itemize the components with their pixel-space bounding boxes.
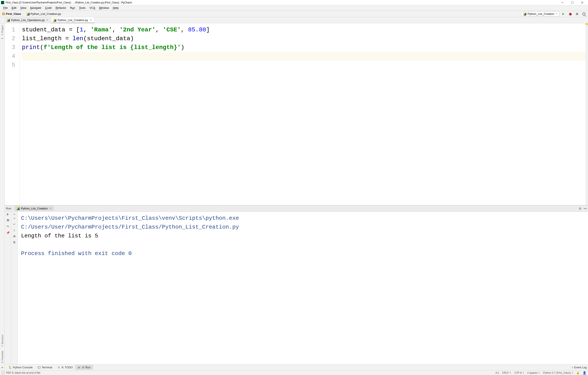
down-stack-icon[interactable]: [13, 218, 15, 220]
breadcrumb-file[interactable]: Python_List_Creation.py: [26, 12, 62, 16]
stop-icon: [576, 13, 578, 15]
python-file-icon: [17, 207, 20, 210]
window-title: First_Class [C:\Users\User\PycharmProjec…: [6, 1, 557, 4]
minimize-button[interactable]: [557, 0, 567, 5]
up-stack-icon[interactable]: [13, 213, 15, 215]
line-separator[interactable]: CRLF⇅: [502, 371, 511, 374]
menu-code[interactable]: Code: [43, 6, 54, 10]
close-tab-icon[interactable]: ✕: [89, 19, 92, 21]
chevron-down-icon: ▼: [556, 13, 557, 15]
run-body: ⇆ 📌 ↩ ⤓ 🖶 🗑 C:\Users\User\PycharmProject…: [5, 212, 588, 364]
code-line-2[interactable]: list_length = len(student_data): [22, 34, 588, 43]
console-path: C:/Users/User/PycharmProjects/First_Clas…: [21, 224, 239, 230]
editor-tab-operations[interactable]: Python_List_Operations.py ✕: [5, 17, 51, 23]
left-bottom-gutter: ★ 2: Favorites 7: Structure: [0, 293, 5, 370]
tab-todo[interactable]: 6: TODO: [55, 365, 75, 370]
caret-position[interactable]: 4:1: [495, 371, 499, 374]
play-icon: ▶: [78, 366, 81, 369]
run-tool-window: Run: Python_List_Creation ✕ ⚙ ⇆ 📌: [5, 205, 588, 364]
menu-edit[interactable]: Edit: [10, 6, 18, 10]
svg-text:PC: PC: [2, 2, 4, 4]
run-config-selector[interactable]: Python_List_Creation ▼: [521, 11, 559, 16]
python-icon: 🐍: [9, 366, 12, 369]
run-button[interactable]: [560, 11, 566, 17]
code-editor[interactable]: 1 2 3 4 5 student_data = [1, 'Rama', '2n…: [5, 23, 588, 205]
tool-structure[interactable]: 7: Structure: [1, 334, 4, 348]
line-number: 2: [5, 34, 20, 43]
menu-window[interactable]: Window: [97, 6, 111, 10]
menu-tools[interactable]: Tools: [77, 6, 87, 10]
run-config-name: Python_List_Creation: [528, 12, 554, 15]
print-button[interactable]: 🖶: [13, 235, 16, 238]
menu-view[interactable]: View: [18, 6, 28, 10]
menu-run[interactable]: Run: [68, 6, 77, 10]
bottom-right: ○ Event Log: [572, 366, 587, 369]
rerun-button[interactable]: [7, 213, 9, 216]
breadcrumb: First_Class 〉 Python_List_Creation.py: [1, 12, 521, 16]
lock-icon[interactable]: 🔓: [576, 371, 580, 374]
code-line-4[interactable]: [22, 52, 588, 61]
run-tab[interactable]: Python_List_Creation ✕: [14, 206, 54, 211]
clear-button[interactable]: 🗑: [13, 241, 16, 244]
run-toolbar-secondary: ↩ ⤓ 🖶 🗑: [11, 212, 18, 364]
run-header: Run: Python_List_Creation ✕ ⚙: [5, 205, 588, 212]
console-output[interactable]: C:\Users\User\PycharmProjects\First_Clas…: [18, 212, 588, 364]
svg-rect-4: [571, 1, 573, 4]
python-file-icon: [27, 12, 30, 15]
python-interpreter[interactable]: Python 3.7 (First_Class)⇅: [543, 371, 573, 374]
menu-help[interactable]: Help: [111, 6, 121, 10]
stop-button[interactable]: [574, 11, 580, 17]
editor-scrollbar[interactable]: [585, 23, 588, 205]
close-tab-icon[interactable]: ✕: [49, 207, 52, 210]
code-line-5[interactable]: [22, 61, 588, 69]
status-bar: PEP 8: blank line at end of file 4:1 CRL…: [0, 370, 588, 375]
close-button[interactable]: [577, 0, 587, 5]
balloon-icon: ○: [572, 366, 573, 369]
stop-button[interactable]: [7, 219, 9, 221]
tool-favorites[interactable]: 2: Favorites: [1, 350, 4, 364]
code-body[interactable]: student_data = [1, 'Rama', '2nd Year', '…: [20, 23, 588, 205]
menu-file[interactable]: File: [1, 6, 10, 10]
hide-icon[interactable]: [584, 208, 587, 209]
code-line-1[interactable]: student_data = [1, 'Rama', '2nd Year', '…: [22, 25, 588, 34]
tool-project[interactable]: 1: Project: [1, 24, 4, 36]
event-log-button[interactable]: ○ Event Log: [572, 366, 587, 369]
editor-tab-creation[interactable]: Python_List_Creation.py ✕: [51, 17, 94, 23]
breadcrumb-project[interactable]: First_Class: [1, 12, 22, 16]
warning-marker[interactable]: [585, 23, 588, 25]
hector-icon[interactable]: 👤: [583, 371, 586, 375]
collapse-icon[interactable]: [1, 38, 4, 39]
python-file-icon: [53, 19, 56, 22]
search-everywhere-button[interactable]: [581, 11, 587, 17]
gear-icon[interactable]: ⚙: [579, 207, 582, 210]
tab-run[interactable]: ▶ 4: Run: [75, 365, 93, 370]
tool-window-toggle-icon[interactable]: [2, 372, 4, 374]
menu-vcs[interactable]: VCS: [87, 6, 97, 10]
debug-button[interactable]: 🐞: [567, 11, 573, 17]
tab-label: 6: TODO: [62, 366, 73, 369]
menu-refactor[interactable]: Refactor: [54, 6, 68, 10]
tab-terminal[interactable]: Terminal: [35, 365, 55, 370]
indent-settings[interactable]: 4 spaces⇅: [527, 371, 540, 374]
pin-button[interactable]: 📌: [6, 231, 10, 234]
toolbar-right: Python_List_Creation ▼ 🐞: [521, 11, 587, 17]
run-label: Run:: [6, 207, 12, 210]
maximize-button[interactable]: [567, 0, 577, 5]
breadcrumb-separator: 〉: [23, 12, 25, 15]
close-tab-icon[interactable]: ✕: [46, 19, 49, 21]
run-tab-label: Python_List_Creation: [21, 207, 48, 210]
bottom-tool-tabs: 🐍 Python Console Terminal 6: TODO ▶ 4: R…: [0, 364, 588, 370]
code-line-3[interactable]: print(f'Length of the list is {list_leng…: [22, 43, 588, 52]
navigation-bar: First_Class 〉 Python_List_Creation.py Py…: [0, 11, 588, 17]
console-exit: Process finished with exit code 0: [21, 250, 132, 257]
file-encoding[interactable]: UTF-8⇅: [514, 371, 524, 374]
line-number: 1: [5, 25, 20, 34]
tab-python-console[interactable]: 🐍 Python Console: [6, 365, 35, 370]
scroll-end-button[interactable]: ⤓: [13, 229, 16, 232]
play-icon: [562, 13, 564, 15]
soft-wrap-button[interactable]: ↩: [13, 223, 16, 225]
layout-button[interactable]: ⇆: [6, 225, 10, 228]
breadcrumb-file-label: Python_List_Creation.py: [31, 12, 61, 15]
menu-navigate[interactable]: Navigate: [28, 6, 43, 10]
line-number-gutter: 1 2 3 4 5: [5, 23, 20, 205]
